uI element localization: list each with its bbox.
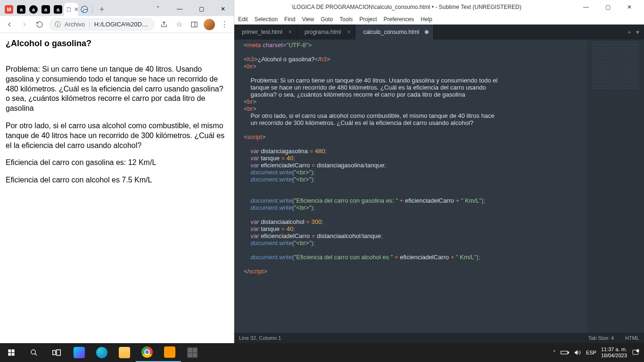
sublime-menubar: Edit Selection Find View Goto Tools Proj… bbox=[234, 14, 644, 25]
sublime-window: \LOGICA DE PROGRAMACION\calculo_consumo.… bbox=[234, 0, 644, 343]
tray-clock[interactable]: 11:37 a. m. 18/04/2023 bbox=[601, 346, 627, 359]
chrome-window: M a a a a 🗋 ✕ + ˅ — ▢ ✕ bbox=[0, 0, 234, 343]
close-icon[interactable]: × bbox=[289, 29, 292, 35]
tray-battery-icon[interactable] bbox=[561, 350, 569, 355]
status-cursor-position[interactable]: Line 32, Column 1 bbox=[239, 335, 281, 341]
status-language[interactable]: HTML bbox=[625, 335, 639, 341]
menu-edit[interactable]: Edit bbox=[238, 16, 248, 23]
menu-goto[interactable]: Goto bbox=[321, 16, 333, 23]
sublime-window-controls: — ▢ ✕ bbox=[575, 0, 640, 14]
taskbar-edge[interactable] bbox=[91, 343, 113, 362]
page-output-2: Eficiencia del carro con alcohol es 7.5 … bbox=[6, 175, 228, 185]
page-content: ¿Alcohol o gasolina? Problema: Si un car… bbox=[0, 33, 234, 343]
svg-rect-6 bbox=[12, 353, 15, 356]
new-tab-button[interactable]: + bbox=[95, 3, 109, 16]
page-title: ¿Alcohol o gasolina? bbox=[6, 39, 228, 49]
chrome-maximize-button[interactable]: ▢ bbox=[190, 2, 212, 16]
tab-a2[interactable]: a bbox=[29, 5, 38, 14]
tab-gmail[interactable]: M bbox=[5, 5, 13, 14]
tab-google[interactable] bbox=[80, 5, 89, 14]
sublime-title: \LOGICA DE PROGRAMACION\calculo_consumo.… bbox=[238, 4, 575, 10]
svg-rect-4 bbox=[12, 349, 15, 352]
tab-a4[interactable]: a bbox=[54, 5, 62, 14]
info-icon: ⓘ bbox=[55, 20, 61, 29]
sublime-close-button[interactable]: ✕ bbox=[619, 0, 640, 14]
code-editor[interactable]: <meta charset="UTF-8"> <h3>¿Alcohol o ga… bbox=[234, 40, 644, 333]
back-button[interactable] bbox=[4, 19, 15, 30]
page-output-1: Eficiencia del carro con gasolina es: 12… bbox=[6, 158, 228, 168]
dirty-indicator-icon bbox=[425, 30, 429, 34]
taskbar-app-1[interactable] bbox=[68, 343, 91, 362]
close-icon[interactable]: × bbox=[347, 29, 350, 35]
tray-notifications-icon[interactable]: 1 bbox=[632, 349, 639, 356]
chrome-toolbar: ⓘ Archivo | H:/LOGICA%20D… ☆ ⋮ bbox=[0, 16, 234, 33]
tray-language[interactable]: ESP bbox=[586, 350, 596, 355]
status-tab-size[interactable]: Tab Size: 4 bbox=[588, 335, 614, 341]
chrome-window-controls: ˅ — ▢ ✕ bbox=[147, 2, 234, 16]
svg-rect-10 bbox=[57, 350, 60, 355]
share-icon[interactable] bbox=[158, 19, 170, 30]
taskbar-calculator[interactable] bbox=[181, 343, 204, 362]
forward-button[interactable] bbox=[19, 19, 30, 30]
bookmark-icon[interactable]: ☆ bbox=[173, 19, 185, 30]
chrome-menu-button[interactable]: ⋮ bbox=[219, 19, 230, 30]
svg-rect-5 bbox=[8, 353, 11, 356]
page-paragraph-1: Problema: Si un carro tiene un tanque de… bbox=[6, 65, 228, 114]
menu-view[interactable]: View bbox=[302, 16, 314, 23]
svg-rect-1 bbox=[191, 22, 197, 27]
svg-point-7 bbox=[31, 350, 35, 354]
svg-rect-11 bbox=[561, 351, 568, 354]
chrome-close-button[interactable]: ✕ bbox=[212, 2, 234, 16]
address-bar[interactable]: ⓘ Archivo | H:/LOGICA%20D… bbox=[49, 18, 155, 31]
menu-tools[interactable]: Tools bbox=[339, 16, 353, 23]
tray-chevron-icon[interactable]: ˄ bbox=[553, 350, 556, 356]
tray-volume-icon[interactable] bbox=[574, 349, 581, 356]
svg-rect-3 bbox=[8, 349, 11, 352]
menu-preferences[interactable]: Preferences bbox=[384, 16, 414, 23]
chrome-tabstrip: M a a a a 🗋 ✕ + bbox=[0, 0, 147, 16]
sidepanel-icon[interactable] bbox=[189, 19, 200, 30]
windows-taskbar: ˄ ESP 11:37 a. m. 18/04/2023 1 bbox=[0, 343, 644, 362]
tab-dropdown-button[interactable]: ▾ bbox=[636, 28, 639, 36]
file-tab-calculo-consumo[interactable]: calculo_consumo.html bbox=[355, 25, 434, 40]
task-view-button[interactable] bbox=[45, 343, 68, 362]
sublime-maximize-button[interactable]: ▢ bbox=[597, 0, 619, 14]
menu-selection[interactable]: Selection bbox=[255, 16, 278, 23]
svg-line-8 bbox=[35, 354, 37, 355]
start-button[interactable] bbox=[0, 343, 23, 362]
menu-find[interactable]: Find bbox=[284, 16, 295, 23]
chrome-titlebar: M a a a a 🗋 ✕ + ˅ — ▢ ✕ bbox=[0, 0, 234, 16]
taskbar-explorer[interactable] bbox=[113, 343, 136, 362]
menu-help[interactable]: Help bbox=[421, 16, 432, 23]
tab-active-document[interactable]: 🗋 ✕ bbox=[64, 3, 78, 16]
url-text: H:/LOGICA%20D… bbox=[94, 21, 148, 28]
new-file-button[interactable]: + bbox=[627, 28, 631, 36]
sublime-statusbar: Line 32, Column 1 Tab Size: 4 HTML bbox=[234, 333, 644, 343]
chrome-dropdown-button[interactable]: ˅ bbox=[147, 2, 169, 16]
sublime-titlebar: \LOGICA DE PROGRAMACION\calculo_consumo.… bbox=[234, 0, 644, 14]
minimap[interactable] bbox=[587, 40, 644, 333]
svg-rect-12 bbox=[568, 352, 569, 354]
page-paragraph-2: Por otro lado, si el carro usa alcohol c… bbox=[6, 121, 228, 150]
search-button[interactable] bbox=[23, 343, 45, 362]
reload-button[interactable] bbox=[34, 19, 45, 30]
taskbar-chrome[interactable] bbox=[136, 343, 158, 362]
url-prefix: Archivo bbox=[65, 21, 85, 28]
svg-rect-9 bbox=[53, 351, 56, 355]
file-tab-primer-test[interactable]: primer_test.html× bbox=[234, 25, 297, 40]
sublime-minimize-button[interactable]: — bbox=[575, 0, 597, 14]
chrome-minimize-button[interactable]: — bbox=[169, 2, 190, 16]
file-tab-programa[interactable]: programa.html× bbox=[297, 25, 355, 40]
menu-project[interactable]: Project bbox=[359, 16, 377, 23]
tab-a1[interactable]: a bbox=[17, 5, 25, 14]
system-tray: ˄ ESP 11:37 a. m. 18/04/2023 1 bbox=[553, 346, 644, 359]
profile-avatar[interactable] bbox=[204, 19, 215, 30]
sublime-tabs: primer_test.html× programa.html× calculo… bbox=[234, 25, 644, 40]
taskbar-sublime[interactable] bbox=[158, 343, 181, 362]
tab-a3[interactable]: a bbox=[41, 5, 50, 14]
